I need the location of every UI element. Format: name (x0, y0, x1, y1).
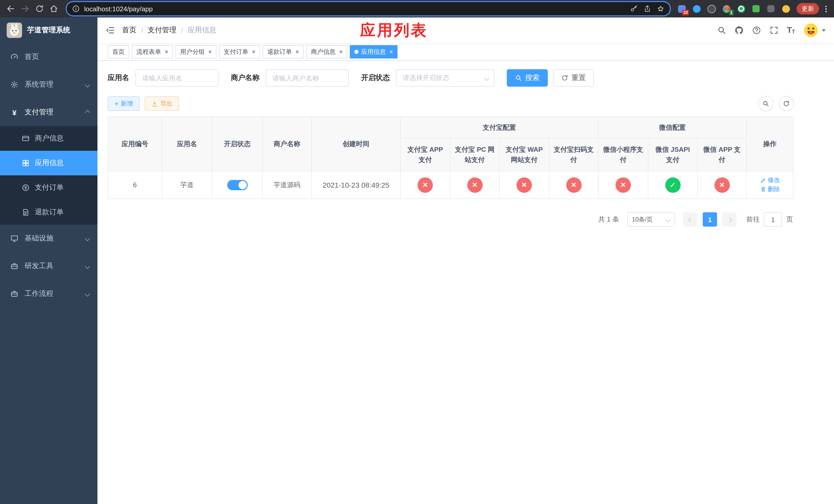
tab-close-icon[interactable]: × (389, 49, 393, 55)
extension-dark-puzzle-icon[interactable] (765, 3, 776, 14)
extension-badge: 10 (682, 10, 689, 15)
plus-icon: + (114, 100, 118, 107)
sidebar-item-workflow[interactable]: 工作流程 (0, 280, 97, 307)
fullscreen-icon[interactable] (769, 26, 778, 35)
sidebar-item-infrastructure[interactable]: 基础设施 (0, 225, 97, 252)
column-header: 支付宝 PC 网站支付 (450, 138, 499, 171)
url-text[interactable]: localhost:1024/pay/app (84, 5, 630, 13)
next-page-button[interactable] (722, 212, 737, 227)
search-icon[interactable] (717, 26, 726, 35)
merchant-name-input[interactable] (266, 69, 349, 87)
text-size-icon[interactable]: TT (787, 26, 795, 35)
url-bar[interactable]: localhost:1024/pay/app (66, 1, 671, 17)
breadcrumb-separator: / (181, 26, 183, 35)
page-content: 应用名 商户名称 开启状态 请选择开启状态 搜索 (97, 61, 834, 227)
browser-back-button[interactable] (4, 2, 18, 15)
browser-reload-button[interactable] (33, 2, 46, 15)
sidebar-item-home[interactable]: 首页 (0, 43, 97, 71)
tab-label: 支付订单 (224, 47, 248, 56)
extension-emoji-icon[interactable] (780, 3, 791, 14)
sidebar-submenu: 商户信息 应用信息 支付订单 退款订单 (0, 126, 97, 225)
browser-forward-button[interactable] (19, 2, 32, 15)
extension-profile-icon[interactable]: 1 (721, 3, 732, 14)
extension-sphere-icon[interactable] (706, 3, 717, 14)
tab-refund-orders[interactable]: 退款订单× (263, 45, 304, 59)
search-button[interactable]: 搜索 (507, 69, 548, 87)
tab-label: 退款订单 (267, 47, 292, 56)
tab-app-info[interactable]: 应用信息× (350, 45, 397, 59)
browser-update-button[interactable]: 更新 (796, 3, 819, 14)
toggle-search-button[interactable] (758, 96, 773, 111)
browser-menu-icon[interactable] (822, 5, 830, 12)
goto-page-input[interactable] (764, 212, 782, 227)
sidebar-item-dev-tools[interactable]: 研发工具 (0, 252, 97, 280)
refresh-button[interactable] (778, 96, 794, 111)
extension-wechat-icon[interactable] (736, 3, 747, 14)
column-header: 应用名 (162, 117, 212, 171)
tab-merchant-info[interactable]: 商户信息× (306, 45, 347, 59)
delete-link[interactable]: 删除 (760, 185, 780, 193)
site-info-icon[interactable] (72, 5, 80, 13)
status-toggle[interactable] (227, 180, 247, 190)
tab-close-icon[interactable]: × (164, 49, 168, 55)
breadcrumb-home[interactable]: 首页 (122, 26, 136, 35)
chevron-down-icon (484, 75, 489, 81)
share-icon[interactable] (643, 5, 652, 13)
status-alipay-wap-icon: × (517, 177, 532, 192)
column-header: 支付宝 WAP 网站支付 (499, 138, 549, 171)
help-icon[interactable] (752, 26, 761, 35)
tab-process-form[interactable]: 流程表单× (132, 45, 173, 59)
status-wechat-mini-icon: × (615, 177, 631, 192)
sidebar-item-label: 退款订单 (35, 208, 89, 217)
column-header: 支付宝 APP 支付 (400, 138, 450, 171)
breadcrumb-separator: / (141, 26, 143, 35)
extension-note-icon[interactable] (750, 3, 762, 14)
github-icon[interactable] (734, 26, 744, 35)
page-size-select[interactable]: 10条/页 (627, 212, 675, 227)
status-alipay-qr-icon: × (566, 177, 581, 192)
sidebar-item-label: 研发工具 (25, 261, 80, 271)
user-avatar-menu[interactable] (803, 23, 826, 38)
breadcrumb-payment[interactable]: 支付管理 (148, 26, 176, 35)
prev-page-button[interactable] (683, 212, 698, 227)
tab-home[interactable]: 首页 (108, 45, 129, 59)
sidebar-item-payment[interactable]: ¥ 支付管理 (0, 98, 97, 126)
add-button[interactable]: + 新增 (108, 96, 139, 111)
reset-button[interactable]: 重置 (553, 69, 594, 87)
browser-home-button[interactable] (47, 2, 61, 15)
sidebar-item-pay-orders[interactable]: 支付订单 (0, 175, 97, 200)
page-unit-label: 页 (786, 215, 793, 224)
sidebar-item-refund-orders[interactable]: 退款订单 (0, 200, 97, 225)
sidebar-item-label: 首页 (25, 52, 89, 62)
navbar-actions: TT (717, 23, 826, 38)
main-area: 首页 / 支付管理 / 应用信息 应用列表 TT (97, 18, 834, 504)
bookmark-star-icon[interactable] (657, 5, 665, 13)
sidebar-item-app-info[interactable]: 应用信息 (0, 151, 97, 175)
top-navbar: 首页 / 支付管理 / 应用信息 应用列表 TT (97, 18, 834, 43)
tab-close-icon[interactable]: × (208, 49, 212, 55)
sidebar-item-merchant-info[interactable]: 商户信息 (0, 126, 97, 151)
app-name-input[interactable] (135, 69, 219, 87)
sidebar-item-label: 支付管理 (25, 108, 80, 117)
export-button-label: 导出 (160, 99, 172, 108)
export-button[interactable]: 导出 (145, 96, 179, 111)
edit-link[interactable]: 修改 (760, 176, 780, 185)
status-label: 开启状态 (361, 73, 390, 83)
caret-down-icon (822, 29, 826, 31)
password-key-icon[interactable] (630, 5, 638, 13)
pagination-total: 共 1 条 (598, 215, 619, 224)
app-logo[interactable]: 芋道管理系统 (0, 18, 97, 43)
extension-puzzle-icon[interactable]: 10 (676, 3, 687, 14)
tab-user-group[interactable]: 用户分组× (175, 45, 216, 59)
status-select[interactable]: 请选择开启状态 (396, 69, 495, 87)
current-page-button[interactable]: 1 (703, 212, 717, 227)
tab-close-icon[interactable]: × (252, 49, 256, 55)
column-header: 支付宝扫码支付 (549, 138, 598, 171)
tab-close-icon[interactable]: × (339, 49, 343, 55)
sidebar-item-system[interactable]: 系统管理 (0, 71, 97, 98)
sidebar-collapse-icon[interactable] (106, 26, 115, 35)
tab-pay-orders[interactable]: 支付订单× (219, 45, 260, 59)
sidebar-item-label: 基础设施 (25, 234, 80, 243)
tab-close-icon[interactable]: × (295, 49, 299, 55)
extension-drop-icon[interactable] (691, 3, 702, 14)
